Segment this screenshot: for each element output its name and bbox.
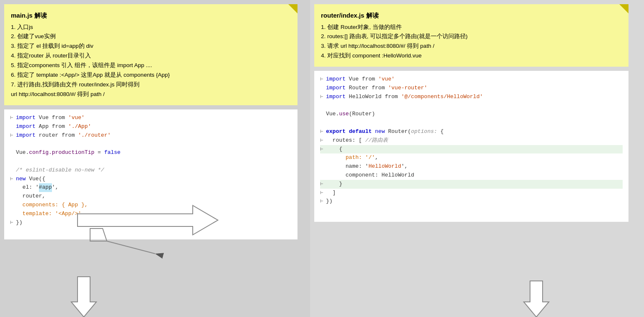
r-close-arr: ] xyxy=(326,189,336,197)
right-panel: router/index.js 解读 1. 创建 Router对象, 当做的组件… xyxy=(310,0,644,317)
r-name-val: HelloWorld xyxy=(368,162,401,171)
vue-obj: Vue xyxy=(16,148,26,157)
r-code-line-15: ⊢ }) xyxy=(320,197,623,206)
r-name-close: ', xyxy=(401,162,408,171)
r-use-fn: use xyxy=(339,110,349,119)
r-kw-from-3: from xyxy=(385,93,398,101)
down-arrow-right xyxy=(524,281,549,317)
indicator-7 xyxy=(10,166,14,174)
r-path-comma: , xyxy=(375,153,378,162)
right-note-line-4: 4. 对应找到 component :HelloWorld.vue xyxy=(321,51,622,61)
r-kw-default: default xyxy=(349,127,372,136)
r-indicator-8: ⊢ xyxy=(320,137,324,145)
code-line-10: router, xyxy=(10,192,292,201)
r-indicator-14: ⊢ xyxy=(320,189,324,197)
left-note-line-4: 4. 指定router 从 router目录引入 xyxy=(11,51,291,61)
r-component-prop: component: HelloWorld xyxy=(326,171,414,180)
space-6 xyxy=(75,131,78,140)
el-prop: el: ' xyxy=(16,183,39,192)
r-indicator-9: ⊢ xyxy=(320,146,324,153)
indicator-9 xyxy=(10,184,14,192)
str-router-path: './router' xyxy=(78,131,111,140)
space-1: Vue xyxy=(36,114,52,122)
left-note-line-2: 2. 创建了vue实例 xyxy=(11,32,291,42)
right-note-title: router/index.js 解读 xyxy=(321,10,622,21)
indicator-13: ⊢ xyxy=(10,219,14,227)
kw-new: new xyxy=(16,175,26,184)
r-indicator-10 xyxy=(320,154,324,162)
right-note-line-1: 1. 创建 Router对象, 当做的组件 xyxy=(321,23,622,32)
r-space-ex xyxy=(346,127,349,136)
left-note-title: main.js 解读 xyxy=(11,10,291,21)
r-code-line-2: import Router from 'vue-router' xyxy=(320,84,623,93)
dot-1: . xyxy=(26,148,29,157)
indicator-11 xyxy=(10,201,14,209)
r-code-line-12: component: HelloWorld xyxy=(320,171,623,180)
r-path-prop: path: '/' xyxy=(326,153,375,162)
r-code-line-5: Vue.use(Router) xyxy=(320,110,623,119)
left-note-line-8: url http://localhost:8080/#/ 得到 path / xyxy=(11,90,291,99)
r-str-vue-router: 'vue-router' xyxy=(388,84,427,93)
r-code-line-11: name: 'HelloWorld', xyxy=(320,162,623,171)
code-line-blank1 xyxy=(10,140,292,148)
r-indicator-12 xyxy=(320,171,324,179)
r-name-key: name: ' xyxy=(326,162,368,171)
r-use-args: (Router) xyxy=(349,110,375,119)
r-code-line-blank1 xyxy=(320,101,623,110)
r-str-helloworld: '@/components/HelloWorld' xyxy=(401,93,483,101)
code-line-7: /* eslint-disable no-new */ xyxy=(10,166,292,175)
kw-import-3: import xyxy=(16,131,36,140)
right-sticky-note: router/index.js 解读 1. 创建 Router对象, 当做的组件… xyxy=(314,4,628,67)
r-router-call: Router( xyxy=(385,127,411,136)
right-note-content: 1. 创建 Router对象, 当做的组件 2. routes:[] 路由表, … xyxy=(321,23,622,61)
left-note-line-5: 5. 指定components 引入 组件，该组件是 import App ..… xyxy=(11,61,291,70)
code-line-1: ⊢ import Vue from 'vue' xyxy=(10,114,292,122)
code-line-9: el: '#app', xyxy=(10,183,292,192)
r-close-router: }) xyxy=(326,197,333,206)
r-indicator-3: ⊢ xyxy=(320,93,324,101)
kw-import-2: import xyxy=(16,122,36,131)
indicator-5 xyxy=(10,149,14,157)
r-space-5: HelloWorld xyxy=(346,93,385,101)
equals: = xyxy=(94,148,104,157)
indicator-8: ⊢ xyxy=(10,175,14,183)
r-space-6 xyxy=(398,93,401,101)
space-5: router xyxy=(36,131,62,140)
kw-from-3: from xyxy=(62,131,75,140)
str-app-path: './App' xyxy=(68,122,91,131)
comment-eslint: /* eslint-disable no-new */ xyxy=(16,166,104,175)
indicator-10 xyxy=(10,192,14,200)
r-indicator-7: ⊢ xyxy=(320,128,324,136)
code-line-13: ⊢ }) xyxy=(10,218,292,227)
left-note-line-6: 6. 指定了 template :<App/> 这里App 就是从 compon… xyxy=(11,70,291,80)
code-line-11: components: { App }, xyxy=(10,201,292,210)
r-code-line-9: ⊢ { xyxy=(320,145,623,154)
code-line-8: ⊢ new Vue({ xyxy=(10,175,292,184)
r-close-obj: } xyxy=(326,180,342,189)
right-note-line-2: 2. routes:[] 路由表, 可以指定多个路由(就是一个访问路径) xyxy=(321,32,622,42)
router-prop: router, xyxy=(16,192,45,201)
space-4 xyxy=(65,122,68,131)
str-vue-1: 'vue' xyxy=(68,114,85,122)
r-open-brace: { xyxy=(437,127,444,136)
kw-from-2: from xyxy=(52,122,65,131)
r-indicator-13: ⊢ xyxy=(320,180,324,188)
space-2 xyxy=(65,114,68,122)
el-close: ', xyxy=(52,183,59,192)
r-space-def xyxy=(372,127,375,136)
r-open-obj: { xyxy=(326,145,342,154)
code-line-12: template: '<App/>' xyxy=(10,210,292,218)
r-code-line-14: ⊢ ] xyxy=(320,189,623,197)
down-arrow-left xyxy=(71,277,96,317)
r-indicator-11 xyxy=(320,163,324,171)
close-brace: }) xyxy=(16,218,23,227)
r-dot: . xyxy=(336,110,339,119)
r-space-4 xyxy=(385,84,388,93)
left-note-line-1: 1. 入口js xyxy=(11,23,291,32)
config-prop: config.productionTip xyxy=(29,148,94,157)
r-indicator-5 xyxy=(320,110,324,118)
left-code-block: ⊢ import Vue from 'vue' import App from … xyxy=(4,109,297,239)
diag-arrow-line xyxy=(107,241,155,254)
r-kw-import-2: import xyxy=(326,84,346,93)
r-code-line-1: ⊢ import Vue from 'vue' xyxy=(320,75,623,84)
